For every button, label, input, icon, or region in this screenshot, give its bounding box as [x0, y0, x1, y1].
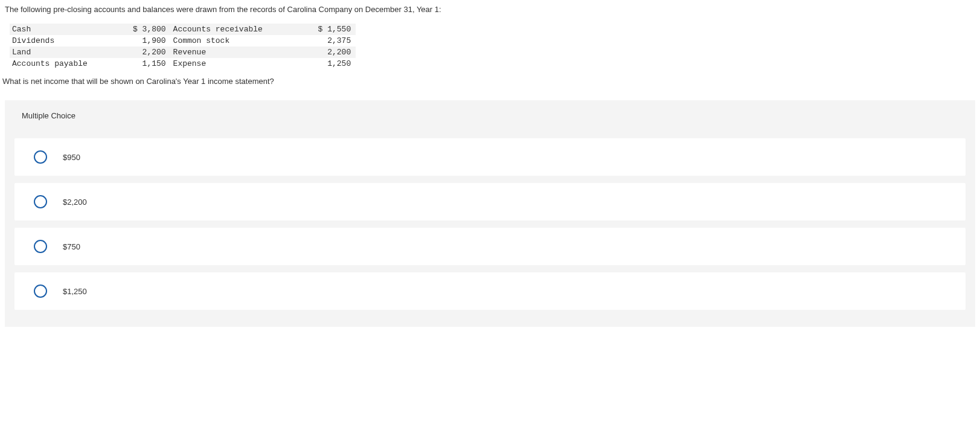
account-label: Accounts receivable — [171, 24, 316, 35]
account-label: Dividends — [10, 35, 130, 47]
account-value: 2,375 — [316, 35, 356, 47]
option-label: $750 — [63, 242, 80, 251]
accounts-table: Cash $ 3,800 Accounts receivable $ 1,550… — [10, 24, 356, 69]
question-intro-text: The following pre-closing accounts and b… — [0, 5, 980, 21]
radio-icon[interactable] — [34, 240, 47, 253]
account-label: Cash — [10, 24, 130, 35]
radio-icon[interactable] — [34, 195, 47, 208]
option-label: $1,250 — [63, 287, 87, 296]
account-value: 2,200 — [316, 47, 356, 58]
mc-option-0[interactable]: $950 — [14, 138, 966, 176]
option-label: $950 — [63, 153, 80, 162]
table-row: Cash $ 3,800 Accounts receivable $ 1,550 — [10, 24, 356, 35]
account-value: $ 1,550 — [316, 24, 356, 35]
radio-icon[interactable] — [34, 150, 47, 164]
table-row: Accounts payable 1,150 Expense 1,250 — [10, 58, 356, 69]
account-label: Revenue — [171, 47, 316, 58]
radio-icon[interactable] — [34, 284, 47, 298]
account-value: 2,200 — [130, 47, 171, 58]
table-row: Land 2,200 Revenue 2,200 — [10, 47, 356, 58]
account-label: Land — [10, 47, 130, 58]
account-value: 1,150 — [130, 58, 171, 69]
account-value: 1,900 — [130, 35, 171, 47]
account-label: Expense — [171, 58, 316, 69]
mc-header: Multiple Choice — [5, 100, 975, 131]
table-row: Dividends 1,900 Common stock 2,375 — [10, 35, 356, 47]
multiple-choice-container: Multiple Choice $950 $2,200 $750 $1,250 — [5, 100, 975, 327]
account-value: $ 3,800 — [130, 24, 171, 35]
question-prompt-text: What is net income that will be shown on… — [0, 77, 980, 100]
option-label: $2,200 — [63, 198, 87, 207]
account-label: Accounts payable — [10, 58, 130, 69]
account-value: 1,250 — [316, 58, 356, 69]
mc-option-3[interactable]: $1,250 — [14, 272, 966, 310]
account-label: Common stock — [171, 35, 316, 47]
mc-option-2[interactable]: $750 — [14, 228, 966, 265]
mc-option-1[interactable]: $2,200 — [14, 183, 966, 220]
